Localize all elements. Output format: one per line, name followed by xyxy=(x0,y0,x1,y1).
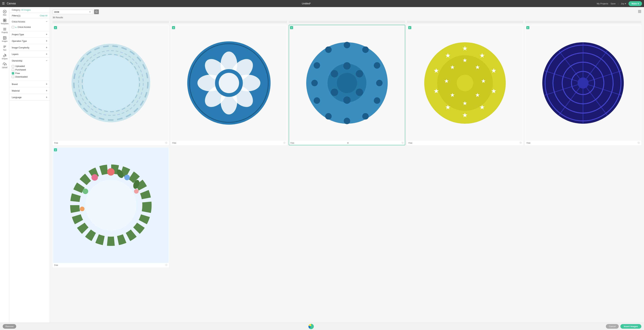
card-image xyxy=(53,25,169,110)
filter-section-language: Language + xyxy=(10,94,50,101)
free-checkbox[interactable] xyxy=(12,72,14,74)
plus-icon xyxy=(3,10,6,13)
category-prefix: Category: xyxy=(12,9,20,11)
cricut-access-badge: a xyxy=(15,26,16,28)
project-type-plus-icon[interactable]: + xyxy=(46,33,48,36)
images-icon xyxy=(3,36,6,40)
nav-label-images: Images xyxy=(2,40,8,42)
projects-icon xyxy=(3,27,6,31)
search-bar: ✕ xyxy=(52,9,216,14)
image-complexity-header[interactable]: Image Complexity + xyxy=(10,44,50,51)
app-title: Canvas xyxy=(7,2,16,5)
nav-label-templates: Templates xyxy=(1,23,8,25)
cricut-access-minus-icon[interactable]: − xyxy=(46,20,48,23)
search-input[interactable] xyxy=(54,11,89,13)
project-type-header[interactable]: Project Type + xyxy=(10,31,50,37)
filter-section-brand: Brand + xyxy=(10,81,50,87)
cricut-access-body: a Cricut Access xyxy=(10,25,50,31)
category-value[interactable]: All Images xyxy=(21,9,30,11)
cricut-access-checkbox[interactable] xyxy=(12,26,14,28)
upload-icon xyxy=(3,62,6,66)
menu-icon[interactable]: ☰ xyxy=(2,2,5,5)
floral-circle-svg xyxy=(183,37,216,110)
cricut-access-header[interactable]: Cricut Access − xyxy=(10,18,50,25)
lace-circle-svg xyxy=(64,37,157,110)
filter-section-layers: Layers + xyxy=(10,51,50,57)
filter-section-project-type: Project Type + xyxy=(10,31,50,38)
ownership-body: Uploaded Purchased Free Downloaded xyxy=(10,64,50,81)
purchased-option[interactable]: Purchased xyxy=(12,68,48,71)
operation-type-plus-icon[interactable]: + xyxy=(46,40,48,42)
uploaded-option[interactable]: Uploaded xyxy=(12,65,48,67)
search-button[interactable] xyxy=(94,9,99,14)
left-nav: New Templates Projects Images Text Shape… xyxy=(0,7,10,110)
filter-sidebar: Category: All Images Filters(1) Clear Al… xyxy=(10,7,50,110)
uploaded-checkbox[interactable] xyxy=(12,65,14,67)
uploaded-label: Uploaded xyxy=(15,65,25,67)
results-count: 36 Results xyxy=(52,16,216,19)
image-complexity-title: Image Complexity xyxy=(12,46,29,49)
filters-header: Filters(1) Clear All xyxy=(10,13,50,18)
purchased-label: Purchased xyxy=(15,68,26,71)
nav-item-shapes[interactable]: Shapes xyxy=(0,52,10,61)
downloaded-checkbox[interactable] xyxy=(12,76,14,78)
nav-label-upload: Upload xyxy=(2,66,8,68)
header: ☰ Canvas Untitled* My Projects Save | Jo… xyxy=(0,0,216,7)
nav-item-upload[interactable]: Upload xyxy=(0,61,10,70)
ownership-minus-icon[interactable]: − xyxy=(46,59,48,62)
cricut-badge: a xyxy=(172,26,175,29)
svg-point-15 xyxy=(96,11,97,12)
svg-rect-3 xyxy=(3,19,4,20)
layers-plus-icon[interactable]: + xyxy=(46,53,48,55)
nav-label-shapes: Shapes xyxy=(2,58,8,60)
filter-section-image-complexity: Image Complexity + xyxy=(10,44,50,51)
main-content: ✕ 36 Results a xyxy=(50,7,216,110)
operation-type-header[interactable]: Operation Type + xyxy=(10,38,50,44)
purchased-checkbox[interactable] xyxy=(12,69,14,71)
search-input-wrap: ✕ xyxy=(52,9,93,14)
cricut-badge: a xyxy=(54,26,57,29)
downloaded-option[interactable]: Downloaded xyxy=(12,75,48,78)
svg-point-22 xyxy=(83,55,138,110)
free-label: Free xyxy=(15,72,20,74)
header-center: Untitled* xyxy=(16,2,216,5)
language-title: Language xyxy=(12,96,22,99)
card-image xyxy=(171,25,216,110)
cricut-access-option[interactable]: a Cricut Access xyxy=(12,26,48,28)
nav-label-projects: Projects xyxy=(2,31,8,33)
image-card[interactable]: a Free ⓘ xyxy=(171,25,216,110)
nav-item-images[interactable]: Images xyxy=(0,35,10,43)
svg-rect-4 xyxy=(5,19,6,20)
brand-header[interactable]: Brand + xyxy=(10,81,50,87)
search-icon xyxy=(95,11,98,13)
cricut-access-title: Cricut Access xyxy=(12,20,25,23)
filter-section-material: Material + xyxy=(10,87,50,94)
downloaded-label: Downloaded xyxy=(15,75,28,78)
brand-title: Brand xyxy=(12,83,18,85)
free-option[interactable]: Free xyxy=(12,72,48,74)
image-complexity-plus-icon[interactable]: + xyxy=(46,46,48,49)
language-plus-icon[interactable]: + xyxy=(46,96,48,99)
ownership-title: Ownership xyxy=(12,59,22,62)
operation-type-title: Operation Type xyxy=(12,40,27,42)
filters-count: Filters(1) xyxy=(12,14,20,17)
nav-label-new: New xyxy=(3,14,6,16)
image-card[interactable]: a Free ⓘ xyxy=(52,25,169,110)
svg-rect-6 xyxy=(5,20,6,22)
nav-item-new[interactable]: New xyxy=(0,8,10,17)
nav-item-text[interactable]: Text xyxy=(0,43,10,52)
nav-item-templates[interactable]: Templates xyxy=(0,17,10,26)
project-type-title: Project Type xyxy=(12,33,24,36)
nav-item-projects[interactable]: Projects xyxy=(0,26,10,35)
shapes-icon xyxy=(3,54,6,57)
ownership-header[interactable]: Ownership − xyxy=(10,57,50,64)
clear-search-icon[interactable]: ✕ xyxy=(89,11,91,13)
material-plus-icon[interactable]: + xyxy=(46,89,48,92)
clear-all-button[interactable]: Clear All xyxy=(40,14,48,17)
language-header[interactable]: Language + xyxy=(10,94,50,100)
layers-header[interactable]: Layers + xyxy=(10,51,50,57)
brand-plus-icon[interactable]: + xyxy=(46,83,48,85)
material-title: Material xyxy=(12,89,20,92)
templates-icon xyxy=(3,18,6,22)
material-header[interactable]: Material + xyxy=(10,87,50,94)
